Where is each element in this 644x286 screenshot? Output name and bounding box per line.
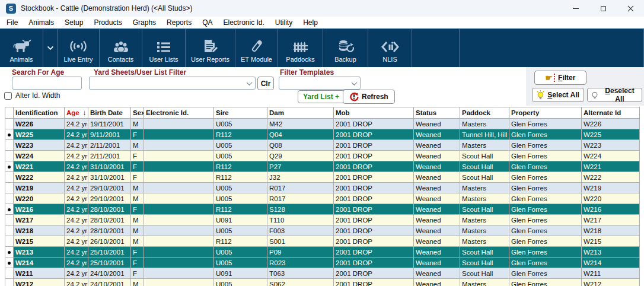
row-select-gutter[interactable] xyxy=(5,204,14,215)
row-select-gutter[interactable] xyxy=(5,119,14,129)
table-row[interactable]: W224 24.2 yr 2/11/2001 F U005 Q29 2001 D… xyxy=(5,151,640,161)
cell-status: Weaned xyxy=(414,215,460,225)
animals-dropdown-button[interactable] xyxy=(43,29,58,67)
chevron-down-icon[interactable] xyxy=(243,77,255,89)
row-select-gutter[interactable] xyxy=(5,161,14,172)
row-select-gutter[interactable] xyxy=(5,279,14,286)
filter-templates-combobox[interactable] xyxy=(279,77,361,90)
table-row[interactable]: W217 24.2 yr 28/10/2001 M U091 T110 2001… xyxy=(5,215,640,225)
cell-dam: F003 xyxy=(267,225,334,236)
menu-animals[interactable]: Animals xyxy=(23,17,59,28)
col-header-sex[interactable]: Sex xyxy=(131,107,144,119)
row-select-gutter[interactable] xyxy=(5,172,14,183)
live-entry-button[interactable]: Live Entry xyxy=(58,29,100,67)
contacts-button[interactable]: Contacts xyxy=(100,29,142,67)
cell-age: 24.2 yr xyxy=(65,193,88,204)
row-select-gutter[interactable] xyxy=(5,225,14,236)
menu-setup[interactable]: Setup xyxy=(59,17,88,28)
table-row[interactable]: W223 24.2 yr 2/11/2001 M U005 Q08 2001 D… xyxy=(5,140,640,151)
table-row[interactable]: W221 24.2 yr 31/10/2001 F R112 P27 2001 … xyxy=(5,161,640,172)
row-select-gutter[interactable] xyxy=(5,129,14,140)
col-header-electronic-id[interactable]: Electronic Id. xyxy=(144,107,214,119)
cell-mob: 2001 DROP xyxy=(334,247,414,258)
menu-bar: File Animals Setup Products Graphs Repor… xyxy=(0,17,644,28)
yard-filter-combobox[interactable] xyxy=(89,77,256,90)
row-select-gutter[interactable] xyxy=(5,151,14,161)
table-row[interactable]: W225 24.2 yr 9/11/2001 F R112 Q04 2001 D… xyxy=(5,129,640,140)
menu-help[interactable]: Help xyxy=(298,17,323,28)
table-row[interactable]: W218 24.2 yr 28/10/2001 M U005 F003 2001… xyxy=(5,225,640,236)
menu-products[interactable]: Products xyxy=(88,17,127,28)
col-header-alternate-id[interactable]: Alternate Id xyxy=(582,107,640,119)
table-row[interactable]: W226 24.2 yr 19/11/2001 M U005 M42 2001 … xyxy=(5,119,640,129)
col-header-birth-date[interactable]: Birth Date xyxy=(88,107,131,119)
menu-file[interactable]: File xyxy=(1,17,23,28)
chevron-down-icon[interactable] xyxy=(348,77,360,89)
cell-dam: Q04 xyxy=(267,129,334,140)
close-icon[interactable] xyxy=(617,0,644,17)
filter-dotted-divider-icon xyxy=(554,74,555,82)
menu-qa[interactable]: QA xyxy=(197,17,218,28)
cell-status: Weaned xyxy=(414,183,460,193)
table-row[interactable]: W212 24.2 yr 24/10/2001 M U005 S062 2001… xyxy=(5,279,640,286)
col-header-mob[interactable]: Mob xyxy=(334,107,414,119)
animals-button[interactable]: Animals xyxy=(0,29,43,67)
toolbar-spacer xyxy=(460,29,644,67)
row-select-gutter[interactable] xyxy=(5,193,14,204)
row-select-gutter[interactable] xyxy=(5,258,14,268)
col-header-age[interactable]: Age↓ xyxy=(65,107,88,119)
col-header-property[interactable]: Property xyxy=(509,107,582,119)
table-row[interactable]: W213 24.2 yr 25/10/2001 F U005 P09 2001 … xyxy=(5,247,640,258)
table-row[interactable]: W215 24.2 yr 26/10/2001 M R112 S001 2001… xyxy=(5,236,640,247)
row-select-gutter[interactable] xyxy=(5,215,14,225)
select-all-button[interactable]: Select All xyxy=(532,88,584,102)
yard-list-button[interactable]: Yard List + xyxy=(298,90,345,103)
cell-status: Weaned xyxy=(414,119,460,129)
cell-dam: M42 xyxy=(267,119,334,129)
cell-alternate-id: W223 xyxy=(582,140,640,151)
user-lists-button[interactable]: User Lists xyxy=(142,29,186,67)
clr-button[interactable]: Clr xyxy=(257,77,274,90)
cell-identification: W213 xyxy=(14,247,65,258)
table-row[interactable]: W214 24.2 yr 25/10/2001 F U005 R023 2001… xyxy=(5,258,640,268)
paddocks-button[interactable]: Paddocks xyxy=(278,29,323,67)
nlis-button[interactable]: NLIS xyxy=(368,29,412,67)
table-row[interactable]: W219 24.2 yr 29/10/2001 M U005 R017 2001… xyxy=(5,183,640,193)
table-row[interactable]: W216 24.2 yr 28/10/2001 F R112 S128 2001… xyxy=(5,204,640,215)
col-header-status[interactable]: Status xyxy=(414,107,460,119)
table-row[interactable]: W211 24.2 yr 24/10/2001 F U091 T063 2001… xyxy=(5,268,640,279)
filter-button[interactable]: ☛ Filter xyxy=(534,71,586,85)
col-header-sire[interactable]: Sire xyxy=(214,107,267,119)
table-row[interactable]: W222 24.2 yr 31/10/2001 F R112 J32 2001 … xyxy=(5,172,640,183)
cell-mob: 2001 DROP xyxy=(334,215,414,225)
minimize-icon[interactable] xyxy=(562,0,589,17)
cell-paddock: Masters xyxy=(460,119,509,129)
backup-button[interactable]: Backup xyxy=(323,29,368,67)
maximize-icon[interactable] xyxy=(589,0,617,17)
cell-status: Weaned xyxy=(414,247,460,258)
cell-property: Glen Forres xyxy=(509,215,582,225)
menu-utility[interactable]: Utility xyxy=(270,17,298,28)
search-for-age-input[interactable] xyxy=(12,77,82,90)
row-select-gutter[interactable] xyxy=(5,183,14,193)
cell-paddock: Scout Hall xyxy=(460,151,509,161)
row-select-gutter[interactable] xyxy=(5,247,14,258)
user-reports-button[interactable]: User Reports xyxy=(186,29,235,67)
row-select-gutter[interactable] xyxy=(5,268,14,279)
et-module-button[interactable]: ET Module xyxy=(235,29,278,67)
window-controls xyxy=(562,0,644,17)
col-header-identification[interactable]: Identification xyxy=(14,107,65,119)
row-select-gutter[interactable] xyxy=(5,140,14,151)
cell-identification: W224 xyxy=(14,151,65,161)
table-row[interactable]: W220 24.2 yr 29/10/2001 M U005 R017 2001… xyxy=(5,193,640,204)
menu-graphs[interactable]: Graphs xyxy=(127,17,161,28)
refresh-button[interactable]: Refresh xyxy=(343,90,395,104)
menu-electronic-id[interactable]: Electronic Id. xyxy=(218,17,269,28)
row-select-gutter[interactable] xyxy=(5,236,14,247)
alter-id-width-checkbox[interactable] xyxy=(4,92,12,100)
menu-reports[interactable]: Reports xyxy=(161,17,197,28)
col-header-dam[interactable]: Dam xyxy=(267,107,334,119)
col-header-paddock[interactable]: Paddock xyxy=(460,107,509,119)
cell-electronic-id xyxy=(144,129,214,140)
deselect-all-button[interactable]: Deselect All xyxy=(587,88,642,102)
